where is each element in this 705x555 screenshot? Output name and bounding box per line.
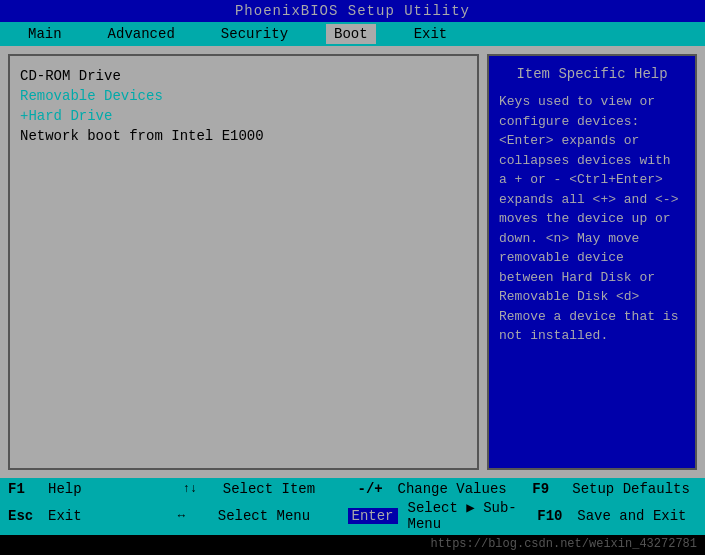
desc-setup-defaults: Setup Defaults (572, 481, 697, 497)
boot-item-removable[interactable]: Removable Devices (20, 86, 467, 106)
status-row-2: Esc Exit ↔ Select Menu Enter Select ▶ Su… (8, 498, 697, 533)
desc-select-item: Select Item (223, 481, 348, 497)
key-leftright: ↔ (178, 509, 208, 523)
title-bar: PhoenixBIOS Setup Utility (0, 0, 705, 22)
help-text: Keys used to view or configure devices: … (499, 92, 685, 346)
key-plusminus: -/+ (358, 481, 388, 497)
desc-select-menu: Select Menu (218, 508, 338, 524)
menu-boot[interactable]: Boot (326, 24, 376, 44)
help-panel: Item Specific Help Keys used to view or … (487, 54, 697, 470)
boot-item-hdd[interactable]: +Hard Drive (20, 106, 467, 126)
key-f9: F9 (532, 481, 562, 497)
menu-exit[interactable]: Exit (406, 24, 456, 44)
title-text: PhoenixBIOS Setup Utility (235, 3, 470, 19)
desc-exit: Exit (48, 508, 168, 524)
watermark-text: https://blog.csdn.net/weixin_43272781 (431, 537, 697, 551)
help-title: Item Specific Help (499, 66, 685, 82)
menu-advanced[interactable]: Advanced (100, 24, 183, 44)
desc-save-exit: Save and Exit (577, 508, 697, 524)
menu-main[interactable]: Main (20, 24, 70, 44)
boot-item-cdrom[interactable]: CD-ROM Drive (20, 66, 467, 86)
desc-select-submenu: Select ▶ Sub-Menu (408, 499, 528, 532)
desc-help: Help (48, 481, 173, 497)
bios-container: PhoenixBIOS Setup Utility Main Advanced … (0, 0, 705, 535)
status-bar: F1 Help ↑↓ Select Item -/+ Change Values… (0, 478, 705, 535)
key-updown: ↑↓ (183, 482, 213, 496)
key-enter: Enter (348, 508, 398, 524)
watermark-bar: https://blog.csdn.net/weixin_43272781 (0, 535, 705, 555)
main-content: CD-ROM Drive Removable Devices +Hard Dri… (0, 46, 705, 478)
key-f1: F1 (8, 481, 38, 497)
menu-bar: Main Advanced Security Boot Exit (0, 22, 705, 46)
status-row-1: F1 Help ↑↓ Select Item -/+ Change Values… (8, 480, 697, 498)
boot-order-panel: CD-ROM Drive Removable Devices +Hard Dri… (8, 54, 479, 470)
key-esc: Esc (8, 508, 38, 524)
menu-security[interactable]: Security (213, 24, 296, 44)
desc-change-values: Change Values (398, 481, 523, 497)
boot-item-network[interactable]: Network boot from Intel E1000 (20, 126, 467, 146)
key-f10: F10 (537, 508, 567, 524)
